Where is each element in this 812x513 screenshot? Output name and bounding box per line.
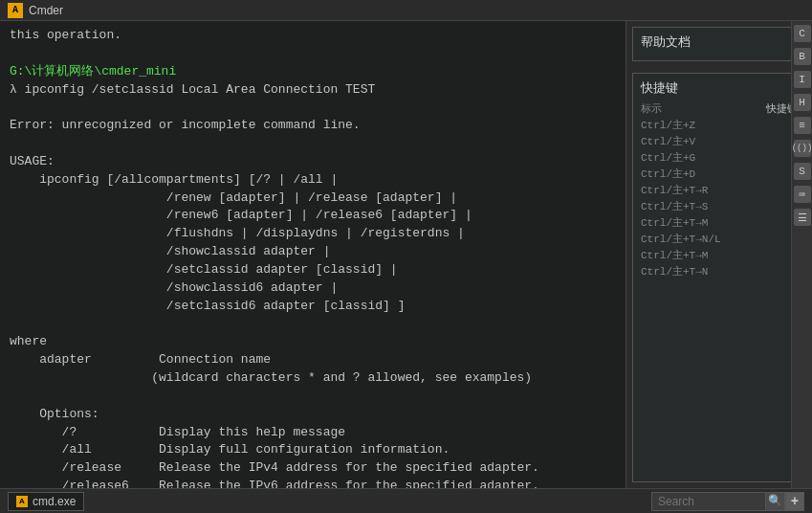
terminal-line: ipconfig [/allcompartments] [/? | /all |: [10, 171, 616, 190]
shortcut-label: Ctrl/主+T→N: [641, 264, 708, 279]
shortcut-label: Ctrl/主+T→S: [641, 199, 708, 213]
shortcuts-panel: 快捷键 × 标示 快捷键 Ctrl/主+ZCtrl/主+VCtrl/主+GCtr…: [632, 73, 806, 482]
terminal-line: this operation.: [10, 27, 616, 45]
icon-bracket[interactable]: (()): [794, 140, 811, 157]
shortcut-item: Ctrl/主+G: [641, 149, 798, 166]
title-bar: A Cmder: [0, 0, 812, 21]
icon-bar: C B I H ≡ (()) S ⌨ ☰: [791, 21, 812, 488]
terminal-line: /release Release the IPv4 address for th…: [10, 459, 616, 478]
shortcut-item: Ctrl/主+T→N: [641, 263, 798, 279]
terminal-line: [10, 99, 616, 117]
terminal-line: /flushdns | /displaydns | /registerdns |: [10, 225, 616, 243]
terminal-line: [10, 45, 616, 63]
shortcut-item: Ctrl/主+T→M: [641, 247, 798, 263]
terminal-line: /renew6 [adapter] | /release6 [adapter] …: [10, 207, 616, 225]
terminal-line: /release6 Release the IPv6 address for t…: [10, 478, 616, 488]
search-box: 🔍 +: [651, 492, 804, 511]
terminal-line: /all Display full configuration informat…: [10, 441, 616, 459]
shortcut-label: Ctrl/主+T→N/L: [641, 232, 721, 246]
terminal-line: /setclassid adapter [classid] |: [10, 261, 616, 279]
shortcut-label: Ctrl/主+G: [641, 150, 695, 165]
terminal-line: /showclassid6 adapter |: [10, 279, 616, 298]
terminal-line: Error: unrecognized or incomplete comman…: [10, 117, 616, 135]
shortcuts-panel-title: 快捷键 ×: [641, 79, 798, 97]
tab-cmd[interactable]: A cmd.exe: [8, 492, 84, 511]
tab-label: cmd.exe: [33, 495, 76, 508]
shortcut-item: Ctrl/主+Z: [641, 117, 798, 133]
right-panel: 帮助文档 × 快捷键 × 标示 快捷键 Ctrl/主+ZCtrl/主+VCtrl…: [625, 21, 812, 488]
terminal-area[interactable]: this operation. G:\计算机网络\cmder_miniλ ipc…: [0, 21, 625, 488]
icon-b[interactable]: B: [794, 48, 811, 65]
terminal-line: /? Display this help message: [10, 424, 616, 442]
icon-s[interactable]: S: [794, 163, 811, 180]
shortcut-label: Ctrl/主+Z: [641, 118, 695, 132]
help-panel: 帮助文档 ×: [632, 27, 806, 61]
shortcut-item: Ctrl/主+V: [641, 133, 798, 149]
icon-keyboard[interactable]: ⌨: [794, 186, 811, 203]
shortcut-label: Ctrl/主+D: [641, 167, 695, 181]
shortcut-item: Ctrl/主+T→S: [641, 198, 798, 214]
shortcuts-column-header: 标示 快捷键: [641, 100, 798, 117]
terminal-line: λ ipconfig /setclassid Local Area Connec…: [10, 81, 616, 100]
icon-i[interactable]: I: [794, 71, 811, 88]
terminal-line: /renew [adapter] | /release [adapter] |: [10, 190, 616, 208]
status-bar: A cmd.exe 🔍 +: [0, 488, 812, 513]
terminal-line: adapter Connection name: [10, 351, 616, 369]
terminal-line: G:\计算机网络\cmder_mini: [10, 63, 616, 81]
shortcut-item: Ctrl/主+T→M: [641, 214, 798, 231]
icon-menu[interactable]: ≡: [794, 117, 811, 134]
icon-c[interactable]: C: [794, 25, 811, 42]
shortcut-label: Ctrl/主+T→M: [641, 248, 708, 262]
terminal-line: where: [10, 333, 616, 351]
search-input[interactable]: [651, 492, 766, 511]
shortcut-label: Ctrl/主+T→R: [641, 183, 708, 197]
tab-icon: A: [16, 496, 28, 507]
add-tab-button[interactable]: +: [785, 492, 804, 511]
shortcuts-list: Ctrl/主+ZCtrl/主+VCtrl/主+GCtrl/主+DCtrl/主+T…: [641, 117, 798, 279]
icon-h[interactable]: H: [794, 94, 811, 111]
terminal-line: USAGE:: [10, 153, 616, 171]
main-layout: this operation. G:\计算机网络\cmder_miniλ ipc…: [0, 21, 812, 488]
terminal-line: [10, 135, 616, 153]
terminal-line: /setclassid6 adapter [classid] ]: [10, 298, 616, 316]
shortcut-item: Ctrl/主+T→N/L: [641, 231, 798, 247]
terminal-line: [10, 316, 616, 334]
icon-list[interactable]: ☰: [794, 209, 811, 226]
search-button[interactable]: 🔍: [766, 492, 785, 511]
window-title: Cmder: [29, 4, 63, 17]
shortcuts-header: 标示 快捷键: [641, 100, 798, 117]
terminal-line: [10, 388, 616, 406]
terminal-line: (wildcard characters * and ? allowed, se…: [10, 369, 616, 388]
shortcut-item: Ctrl/主+T→R: [641, 182, 798, 198]
shortcut-label: Ctrl/主+T→M: [641, 215, 708, 230]
app-icon: A: [8, 3, 23, 18]
terminal-line: /showclassid adapter |: [10, 243, 616, 261]
shortcut-label: Ctrl/主+V: [641, 134, 695, 148]
terminal-line: Options:: [10, 406, 616, 424]
help-panel-title: 帮助文档 ×: [641, 33, 798, 51]
shortcut-item: Ctrl/主+D: [641, 166, 798, 182]
